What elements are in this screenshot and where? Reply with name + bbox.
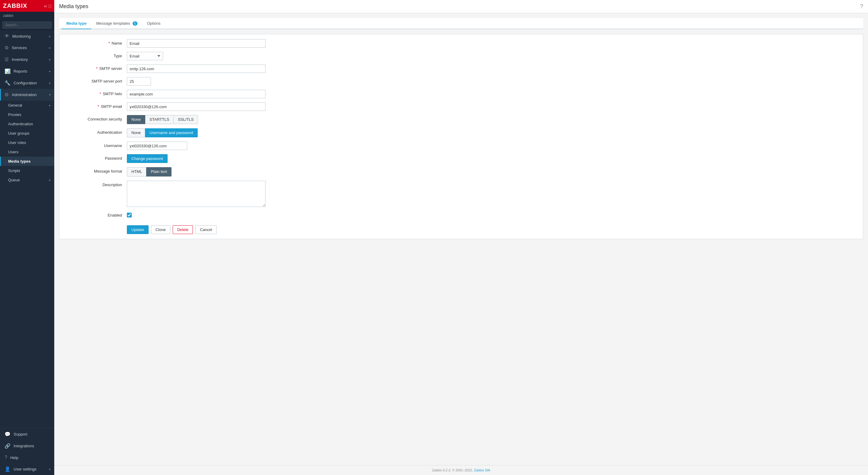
sidebar-subitem-scripts[interactable]: Scripts <box>0 166 54 175</box>
footer-link[interactable]: Zabbix SIA <box>474 468 490 472</box>
auth-none-button[interactable]: None <box>127 128 145 137</box>
tab-message-templates[interactable]: Message templates 5 <box>91 18 142 29</box>
sidebar-subitem-general[interactable]: General ▸ <box>0 101 54 110</box>
sub-item-label: General <box>8 103 22 107</box>
sidebar-item-inventory[interactable]: ☰ Inventory ▸ <box>0 54 54 65</box>
username-row: Username <box>67 142 856 150</box>
delete-button[interactable]: Delete <box>173 225 193 234</box>
tab-bar: Media type Message templates 5 Options <box>59 18 863 29</box>
chevron-right-icon: ▸ <box>49 81 51 84</box>
sidebar-subitem-authentication[interactable]: Authentication <box>0 119 54 129</box>
sidebar-item-services[interactable]: ⚙ Services ▸ <box>0 42 54 54</box>
sidebar-item-integrations[interactable]: 🔗 Integrations <box>0 440 54 452</box>
sub-item-label: Proxies <box>8 112 21 117</box>
sidebar-item-label: Integrations <box>13 444 34 448</box>
connection-starttls-button[interactable]: STARTTLS <box>145 115 174 124</box>
connection-security-label: Connection security <box>67 115 127 122</box>
sidebar-subitem-proxies[interactable]: Proxies <box>0 110 54 119</box>
sidebar-item-label: Administration <box>12 93 36 97</box>
sidebar-item-administration[interactable]: ⚙ Administration ▾ <box>0 89 54 101</box>
description-label: Description <box>67 181 127 187</box>
chevron-right-icon: ▸ <box>49 58 51 61</box>
format-html-button[interactable]: HTML <box>127 167 147 176</box>
sidebar-subitem-queue[interactable]: Queue ▸ <box>0 175 54 184</box>
sidebar-item-monitoring[interactable]: 👁 Monitoring ▸ <box>0 30 54 42</box>
message-format-label: Message format <box>67 167 127 173</box>
smtp-server-label: * SMTP server <box>67 64 127 71</box>
configuration-icon: 🔧 <box>4 80 10 86</box>
chevron-right-icon: ▸ <box>49 46 51 49</box>
topbar: Media types ? <box>54 0 868 13</box>
smtp-helo-row: * SMTP helo <box>67 90 856 98</box>
sidebar-header: ZABBIX ‹‹ □ <box>0 0 54 12</box>
integrations-icon: 🔗 <box>4 443 10 449</box>
type-row: Type Email SMS Script <box>67 52 856 60</box>
sub-item-label: User groups <box>8 131 30 136</box>
sidebar-subitem-user-groups[interactable]: User groups <box>0 129 54 138</box>
tab-options[interactable]: Options <box>142 18 165 29</box>
smtp-port-input[interactable] <box>127 77 151 86</box>
sidebar-subitem-user-roles[interactable]: User roles <box>0 138 54 147</box>
content-area: Media type Message templates 5 Options *… <box>54 13 868 465</box>
name-row: * Name <box>67 39 856 47</box>
sidebar-item-label: Monitoring <box>12 34 31 39</box>
search-input[interactable] <box>2 22 52 29</box>
type-select[interactable]: Email SMS Script <box>127 52 163 60</box>
sub-item-label: Queue <box>8 178 20 182</box>
connection-ssltls-button[interactable]: SSL/TLS <box>173 115 198 124</box>
update-button[interactable]: Update <box>127 225 149 234</box>
sidebar-subitem-users[interactable]: Users <box>0 147 54 157</box>
smtp-email-label: * SMTP email <box>67 102 127 109</box>
sidebar-item-label: Support <box>13 432 27 436</box>
authentication-row: Authentication None Username and passwor… <box>67 128 856 137</box>
collapse-icon[interactable]: ‹‹ <box>44 4 47 8</box>
sidebar-header-icons: ‹‹ □ <box>44 4 51 8</box>
help-icon: ? <box>4 455 7 460</box>
sidebar-item-help[interactable]: ? Help <box>0 452 54 463</box>
smtp-helo-input[interactable] <box>127 90 266 98</box>
cancel-button[interactable]: Cancel <box>195 225 216 234</box>
sidebar-item-user-settings[interactable]: 👤 User settings ▸ <box>0 463 54 475</box>
sidebar-subitem-media-types[interactable]: Media types <box>0 157 54 166</box>
tab-label: Media type <box>66 21 87 26</box>
description-textarea[interactable] <box>127 181 266 207</box>
enabled-checkbox[interactable] <box>127 213 132 217</box>
sub-item-label: Authentication <box>8 122 33 126</box>
chevron-right-icon: ▸ <box>49 70 51 73</box>
auth-userpass-button[interactable]: Username and password <box>145 128 198 137</box>
logo: ZABBIX <box>3 2 27 9</box>
sidebar-item-support[interactable]: 💬 Support <box>0 428 54 440</box>
connection-none-button[interactable]: None <box>127 115 145 124</box>
help-icon[interactable]: ? <box>860 3 863 10</box>
sidebar-search-container <box>0 20 54 30</box>
tab-label: Message templates <box>96 21 130 26</box>
clone-button[interactable]: Clone <box>151 225 170 234</box>
chevron-down-icon: ▾ <box>49 93 51 96</box>
expand-icon[interactable]: □ <box>49 4 51 8</box>
sidebar-item-configuration[interactable]: 🔧 Configuration ▸ <box>0 77 54 89</box>
sidebar-bottom: 💬 Support 🔗 Integrations ? Help 👤 User s… <box>0 428 54 475</box>
smtp-server-input[interactable] <box>127 64 266 73</box>
message-format-row: Message format HTML Plain text <box>67 167 856 176</box>
username-input[interactable] <box>127 142 187 150</box>
form-actions: Update Clone Delete Cancel <box>67 222 856 234</box>
sidebar-item-label: Inventory <box>12 57 28 62</box>
support-icon: 💬 <box>4 431 10 437</box>
form-container: * Name Type Email SMS Script * <box>59 34 863 239</box>
tab-media-type[interactable]: Media type <box>61 18 91 29</box>
sidebar-username: zabbix <box>0 12 54 20</box>
sidebar-item-reports[interactable]: 📊 Reports ▸ <box>0 65 54 77</box>
format-plaintext-button[interactable]: Plain text <box>146 167 171 176</box>
name-input[interactable] <box>127 39 266 47</box>
connection-security-group: None STARTTLS SSL/TLS <box>127 115 198 124</box>
description-row: Description <box>67 181 856 207</box>
required-marker: * <box>99 92 101 96</box>
smtp-email-input[interactable] <box>127 102 266 111</box>
authentication-group: None Username and password <box>127 128 198 137</box>
connection-security-row: Connection security None STARTTLS SSL/TL… <box>67 115 856 124</box>
type-label: Type <box>67 52 127 58</box>
enabled-label: Enabled <box>67 211 127 217</box>
required-marker: * <box>98 104 99 109</box>
change-password-button[interactable]: Change password <box>127 154 167 163</box>
footer-text: Zabbix 6.2.2. © 2001–2022, <box>432 468 473 472</box>
